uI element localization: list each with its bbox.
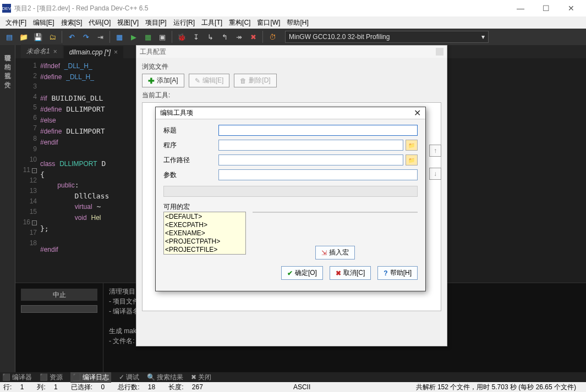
field-program-input[interactable] [218, 140, 403, 151]
ok-button[interactable]: ✔确定[O] [281, 266, 323, 280]
compile-icon[interactable]: ▦ [113, 31, 125, 43]
dialog-title: 编辑工具项 [160, 108, 193, 118]
menu-item[interactable]: 工具[T] [198, 17, 226, 29]
browse-program-button[interactable]: 📁 [406, 140, 418, 151]
status-sel: 已选择: 0 [71, 383, 111, 392]
bottom-tab[interactable]: ✖关闭 [191, 373, 211, 382]
dialog-close-icon[interactable]: ✕ [414, 108, 421, 118]
tab-icon: 🔍 [147, 373, 155, 381]
tab-close-icon[interactable]: × [53, 48, 57, 56]
bottom-tab[interactable]: ✓调试 [119, 373, 139, 382]
preview-bar [163, 186, 418, 197]
sidebar-tab[interactable]: 结构 [2, 54, 13, 63]
rebuild-icon[interactable]: ▣ [156, 31, 168, 43]
menu-item[interactable]: 帮助[H] [283, 17, 311, 29]
status-total: 总行数: 18 [118, 383, 162, 392]
macro-list[interactable]: <DEFAULT><EXECPATH><EXENAME><PROJECTPATH… [163, 212, 246, 255]
maximize-button[interactable]: ☐ [533, 0, 558, 16]
menu-item[interactable]: 编辑[E] [30, 17, 58, 29]
field-args-input[interactable] [218, 169, 418, 180]
tab-icon: ✓ [119, 373, 124, 381]
minimize-button[interactable]: — [508, 0, 533, 16]
new-file-icon[interactable]: ▤ [3, 31, 15, 43]
bottom-tab[interactable]: 🔍搜索结果 [147, 373, 183, 382]
title-bar: DEV 项目2 - [项目2.dev] - Red Panda Dev-C++ … [0, 0, 586, 16]
bottom-tab[interactable]: ⬛编译器 [2, 373, 32, 382]
tab-close-icon[interactable]: × [114, 48, 118, 56]
step-into-icon[interactable]: ↳ [204, 31, 216, 43]
macro-item[interactable]: <PROJECTPATH> [165, 238, 244, 246]
editor-tab[interactable]: 未命名1× [21, 45, 63, 58]
bottom-tab[interactable]: ⬛资源 [40, 373, 63, 382]
compiler-select[interactable]: MinGW GCC10.2.0 32-bit Profiling ▾ [285, 31, 489, 43]
edit-button[interactable]: ✎编辑[E] [189, 74, 230, 87]
macro-item[interactable]: <PROJECTFILE> [165, 246, 244, 254]
sidebar-tab[interactable]: 项目管理 [2, 45, 13, 54]
move-down-button[interactable]: ↓ [429, 168, 441, 180]
plus-icon: ✚ [148, 76, 155, 85]
current-tool-label: 当前工具: [142, 91, 441, 100]
line-gutter: 1234567891011-1213141516-1718 [15, 58, 40, 283]
menu-item[interactable]: 视图[V] [114, 17, 142, 29]
macro-preview [253, 212, 418, 213]
macro-item[interactable]: <EXENAME> [165, 229, 244, 238]
save-all-icon[interactable]: 🗂 [46, 31, 58, 43]
insert-macro-button[interactable]: ⇲插入宏 [315, 246, 355, 260]
tab-icon: ⬛ [40, 373, 48, 381]
edit-tool-dialog: 编辑工具项 ✕ 标题 程序 📁 工作路径 📁 参数 可用的宏 <DEFAULT>… [155, 107, 426, 291]
compile-run-icon[interactable]: ▦ [142, 31, 154, 43]
menu-item[interactable]: 重构[C] [226, 17, 254, 29]
stop-button[interactable]: 中止 [21, 289, 97, 301]
macro-item[interactable]: <DEFAULT> [165, 213, 244, 221]
status-col: 列: 1 [37, 383, 64, 392]
output-controls: 中止 [15, 283, 103, 372]
stop-debug-icon[interactable]: ✖ [247, 31, 259, 43]
field-workdir-label: 工作路径 [163, 156, 218, 165]
menu-item[interactable]: 搜索[S] [58, 17, 86, 29]
bottom-tab[interactable]: ⬛编译日志 [70, 372, 111, 383]
step-out-icon[interactable]: ↰ [218, 31, 231, 43]
field-workdir-input[interactable] [218, 154, 403, 165]
undo-icon[interactable]: ↶ [65, 31, 78, 43]
window-controls: — ☐ ✕ [508, 0, 584, 16]
tab-icon: ✖ [191, 373, 196, 381]
profiler-icon[interactable]: ⏱ [266, 31, 278, 43]
bottom-tabs: ⬛编译器⬛资源⬛编译日志✓调试🔍搜索结果✖关闭 [0, 372, 586, 382]
add-button[interactable]: ✚添加[A] [142, 74, 184, 87]
browse-workdir-button[interactable]: 📁 [406, 154, 418, 165]
close-button[interactable]: ✕ [558, 0, 584, 16]
help-button[interactable]: ?帮助[H] [377, 266, 418, 280]
move-up-button[interactable]: ↑ [429, 145, 441, 157]
macro-item[interactable]: <EXECPATH> [165, 221, 244, 229]
sidebar-tab[interactable]: 文件 [2, 71, 13, 80]
progress-bar [21, 305, 97, 313]
delete-button[interactable]: 🗑删除[D] [234, 74, 276, 87]
indent-icon[interactable]: ⇥ [94, 31, 106, 43]
tool-config-header: 工具配置 [136, 46, 447, 58]
open-folder-icon[interactable]: 📁 [18, 31, 30, 43]
pencil-icon: ✎ [195, 77, 200, 85]
app-icon: DEV [2, 4, 11, 13]
step-over-icon[interactable]: ↧ [190, 31, 202, 43]
debug-icon[interactable]: 🐞 [176, 31, 188, 43]
status-len: 长度: 267 [168, 383, 210, 392]
redo-icon[interactable]: ↷ [80, 31, 92, 43]
save-icon[interactable]: 💾 [32, 31, 44, 43]
continue-icon[interactable]: ↠ [233, 31, 245, 43]
menu-item[interactable]: 文件[F] [2, 17, 30, 29]
toolbar: ▤ 📁 💾 🗂 ↶ ↷ ⇥ ▦ ▶ ▦ ▣ 🐞 ↧ ↳ ↰ ↠ ✖ ⏱ MinG… [0, 29, 586, 45]
menu-item[interactable]: 项目[P] [142, 17, 170, 29]
sidebar-tab[interactable]: 监视 [2, 63, 13, 71]
menu-item[interactable]: 运行[R] [170, 17, 198, 29]
menu-item[interactable]: 代码[O] [85, 17, 114, 29]
run-icon[interactable]: ▶ [128, 31, 140, 43]
check-icon: ✔ [287, 269, 293, 277]
status-encoding: ASCII [293, 383, 310, 391]
editor-tab[interactable]: dllmain.cpp [*]× [64, 46, 123, 58]
cancel-button[interactable]: ✖取消[C] [330, 266, 371, 280]
browse-files-label: 浏览文件 [142, 62, 441, 71]
tool-config-close-icon[interactable] [436, 48, 443, 56]
menu-item[interactable]: 窗口[W] [254, 17, 283, 29]
field-title-input[interactable] [218, 125, 418, 136]
sidebar: 项目管理结构监视文件 [0, 45, 15, 372]
